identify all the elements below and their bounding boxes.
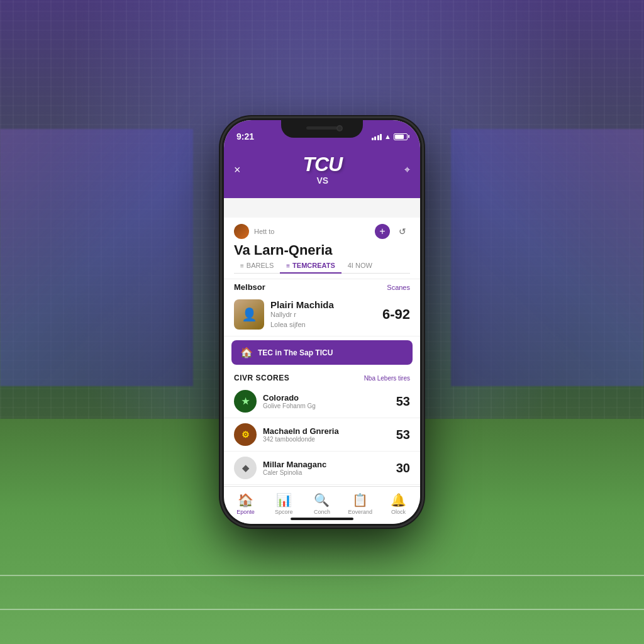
sub-header: Hett to + ↺ Va Larn-Qneria ≡ BARELS ≡ TE… (224, 218, 420, 279)
nav-item-spcore[interactable]: 📊 Spcore (265, 492, 303, 515)
signal-bar-4 (380, 134, 382, 140)
banner-text: TEC in The Sap TICU (258, 348, 333, 357)
nav-label-conch: Conch (314, 509, 330, 515)
field-line-1 (0, 575, 644, 576)
scores-title: CIVR SCORES (234, 374, 289, 382)
nav-item-olock[interactable]: 🔔 Olock (379, 492, 418, 515)
main-title: Va Larn-Qneria (234, 243, 410, 258)
tab-temcreats-label: TEMCREATS (292, 262, 335, 269)
scores-section: CIVR SCORES Nba Lebers tires ★ Colorado … (224, 369, 420, 486)
nav-icon-eoverand: 📋 (352, 492, 368, 508)
colorado-detail: Golive Fohanm Gg (263, 402, 390, 409)
tab-barels-icon: ≡ (240, 262, 244, 269)
player-avatar: 👤 (234, 299, 264, 330)
tab-now[interactable]: 4I NOW (341, 258, 379, 273)
tcu-logo-area: TCU VS (303, 154, 342, 186)
nav-item-eoverand[interactable]: 📋 Eoverand (341, 492, 379, 515)
phone-frame: 9:21 ▲ × (221, 118, 423, 526)
home-indicator (291, 518, 353, 520)
members-title: Melbsor (234, 282, 265, 292)
members-link[interactable]: Scanes (387, 284, 410, 291)
nav-label-eponte: Eponte (236, 509, 255, 515)
tab-barels[interactable]: ≡ BARELS (234, 258, 280, 273)
signal-bars (372, 133, 382, 140)
banner-icon: 🏠 (240, 347, 253, 358)
tab-temcreats-icon: ≡ (286, 262, 290, 269)
nav-label-eoverand: Eoverand (348, 509, 373, 515)
machaeln-score: 53 (396, 428, 410, 442)
status-icons: ▲ (372, 133, 408, 140)
player-detail-1: Nallydr r (270, 310, 376, 319)
tab-temcreats[interactable]: ≡ TEMCREATS (280, 258, 341, 273)
battery-fill (395, 135, 404, 139)
vs-label: VS (303, 175, 342, 186)
player-info: Plairi Machida Nallydr r Lolea sijfen (270, 299, 376, 330)
score-item-colorado[interactable]: ★ Colorado Golive Fohanm Gg 53 (224, 385, 420, 418)
nav-label-olock: Olock (391, 509, 406, 515)
colorado-logo: ★ (234, 390, 257, 413)
machaeln-name: Machaeln d Gnreria (263, 426, 390, 436)
notch-camera (336, 125, 343, 131)
tabs-row: ≡ BARELS ≡ TEMCREATS 4I NOW (234, 258, 410, 274)
nav-icon-olock: 🔔 (391, 492, 406, 508)
nav-item-eponte[interactable]: 🏠 Eponte (226, 492, 265, 515)
player-score: 6-92 (382, 306, 410, 323)
header-top-row: × TCU VS ⌖ (234, 154, 410, 186)
header-area: × TCU VS ⌖ (224, 148, 420, 198)
battery-tip (408, 135, 409, 138)
crowd-right (451, 129, 644, 387)
millar-detail: Caler Spinolia (263, 469, 390, 476)
scores-link[interactable]: Nba Lebers tires (364, 375, 410, 382)
notch (281, 120, 363, 138)
signal-bar-3 (377, 135, 379, 140)
header-right-icon[interactable]: ⌖ (404, 164, 410, 175)
score-item-machaeln[interactable]: ⚙ Machaeln d Gnreria 342 tambooldonde 53 (224, 418, 420, 452)
colorado-info: Colorado Golive Fohanm Gg (263, 393, 390, 409)
crowd-left (0, 129, 193, 387)
promo-banner[interactable]: 🏠 TEC in The Sap TICU (231, 340, 413, 365)
machaeln-info: Machaeln d Gnreria 342 tambooldonde (263, 426, 390, 443)
nav-label-spcore: Spcore (275, 509, 293, 515)
player-name: Plairi Machida (270, 299, 376, 310)
signal-bar-1 (372, 138, 374, 140)
status-time: 9:21 (236, 131, 254, 142)
team-name-tcu: TCU (303, 154, 342, 174)
plus-button[interactable]: + (375, 224, 390, 239)
battery-icon (394, 133, 408, 140)
player-card[interactable]: 👤 Plairi Machida Nallydr r Lolea sijfen … (224, 294, 420, 336)
player-avatar-image: 👤 (234, 299, 264, 330)
content-area: Melbsor Scanes 👤 Plairi Machida Nallydr … (224, 276, 420, 486)
scores-header: CIVR SCORES Nba Lebers tires (224, 369, 420, 385)
nav-icon-eponte: 🏠 (238, 492, 253, 508)
nav-icon-conch: 🔍 (314, 492, 330, 508)
machaeln-detail: 342 tambooldonde (263, 436, 390, 443)
phone-wrapper: 9:21 ▲ × (221, 118, 423, 526)
close-button[interactable]: × (234, 164, 241, 177)
tab-now-label: 4I NOW (348, 262, 372, 269)
player-detail-2: Lolea sijfen (270, 320, 376, 330)
machaeln-logo: ⚙ (234, 423, 257, 446)
sub-header-row: Hett to + ↺ (234, 224, 410, 239)
header-subtitle: Hett to (254, 228, 274, 235)
millar-info: Millar Managanc Caler Spinolia (263, 460, 390, 476)
wifi-icon: ▲ (384, 133, 391, 140)
millar-name: Millar Managanc (263, 460, 390, 469)
nav-icon-spcore: 📊 (276, 492, 292, 508)
notch-speaker (306, 126, 338, 130)
phone-screen: 9:21 ▲ × (224, 120, 420, 524)
score-item-millar[interactable]: ◆ Millar Managanc Caler Spinolia 30 (224, 452, 420, 485)
field-line-2 (0, 609, 644, 610)
signal-bar-2 (374, 136, 376, 140)
millar-score: 30 (396, 461, 410, 475)
nav-item-conch[interactable]: 🔍 Conch (303, 492, 341, 515)
colorado-score: 53 (396, 394, 410, 409)
avatar-small (234, 224, 249, 239)
colorado-name: Colorado (263, 393, 390, 402)
millar-logo: ◆ (234, 457, 257, 479)
refresh-button[interactable]: ↺ (395, 224, 410, 239)
tab-barels-label: BARELS (247, 262, 274, 269)
